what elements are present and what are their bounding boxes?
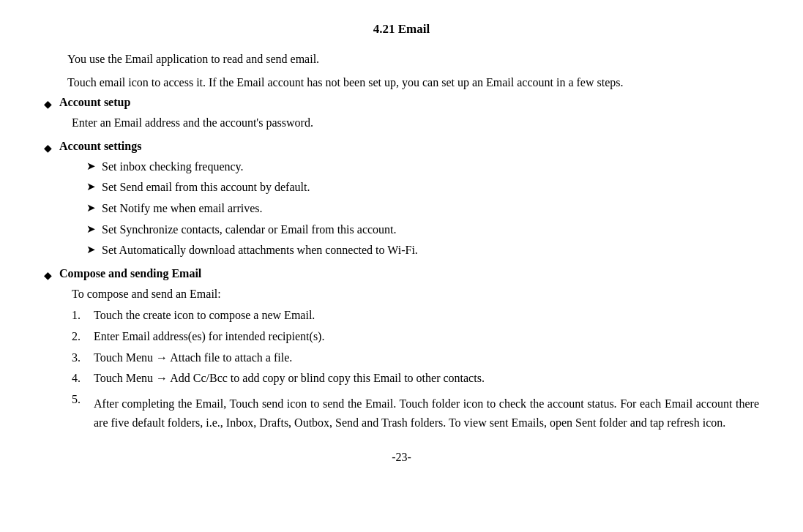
sub-bullet-text-5: Set Automatically download attachments w… — [102, 241, 418, 260]
numbered-item-4: 4. Touch Menu → Add Cc/Bcc to add copy o… — [72, 369, 759, 388]
page-number: -23- — [44, 451, 759, 464]
account-setup-label: Account setup — [59, 96, 130, 109]
sub-bullet-item: ➤ Set Send email from this account by de… — [86, 178, 759, 197]
sub-bullet-text-4: Set Synchronize contacts, calendar or Em… — [102, 220, 397, 239]
page-content: 4.21 Email You use the Email application… — [44, 22, 759, 464]
num-4: 4. — [72, 369, 94, 388]
arrow-icon-4: ➤ — [86, 220, 96, 238]
arrow-icon-3: ➤ — [86, 199, 96, 217]
sub-bullet-item: ➤ Set Synchronize contacts, calendar or … — [86, 220, 759, 239]
bullet-account-settings: ◆ Account settings ➤ Set inbox checking … — [44, 140, 759, 260]
numbered-list: 1. Touch the create icon to compose a ne… — [72, 306, 759, 432]
account-setup-desc: Enter an Email address and the account's… — [72, 113, 759, 132]
diamond-icon-2: ◆ — [44, 142, 52, 154]
arrow-icon-1: ➤ — [86, 157, 96, 175]
num-5: 5. — [72, 390, 94, 409]
numbered-item-5: 5. After completing the Email, Touch sen… — [72, 390, 759, 433]
sub-bullet-text-3: Set Notify me when email arrives. — [102, 199, 263, 218]
account-settings-label: Account settings — [59, 140, 141, 153]
intro-paragraph-1: You use the Email application to read an… — [44, 50, 759, 69]
sub-bullet-text-2: Set Send email from this account by defa… — [102, 178, 310, 197]
compose-sending-label: Compose and sending Email — [59, 267, 201, 280]
numbered-text-4: Touch Menu → Add Cc/Bcc to add copy or b… — [94, 369, 759, 388]
diamond-icon-3: ◆ — [44, 269, 52, 282]
compose-sending-desc: To compose and send an Email: — [72, 285, 759, 304]
numbered-item-2: 2. Enter Email address(es) for intended … — [72, 327, 759, 346]
sub-bullet-item: ➤ Set inbox checking frequency. — [86, 157, 759, 176]
num-2: 2. — [72, 327, 94, 346]
numbered-item-3: 3. Touch Menu → Attach file to attach a … — [72, 348, 759, 367]
sub-bullet-item: ➤ Set Automatically download attachments… — [86, 241, 759, 260]
intro-paragraph-2: Touch email icon to access it. If the Em… — [44, 73, 759, 92]
num-1: 1. — [72, 306, 94, 325]
arrow-icon-2: ➤ — [86, 178, 96, 195]
numbered-text-2: Enter Email address(es) for intended rec… — [94, 327, 759, 346]
numbered-text-3: Touch Menu → Attach file to attach a fil… — [94, 348, 759, 367]
numbered-text-1: Touch the create icon to compose a new E… — [94, 306, 759, 325]
arrow-icon-5: ➤ — [86, 241, 96, 258]
bullet-account-setup: ◆ Account setup Enter an Email address a… — [44, 96, 759, 132]
account-settings-subbullets: ➤ Set inbox checking frequency. ➤ Set Se… — [86, 157, 759, 260]
sub-bullet-text-1: Set inbox checking frequency. — [102, 157, 244, 176]
bullet-compose-sending: ◆ Compose and sending Email To compose a… — [44, 267, 759, 433]
diamond-icon-1: ◆ — [44, 98, 52, 110]
sub-bullet-item: ➤ Set Notify me when email arrives. — [86, 199, 759, 218]
section-heading: 4.21 Email — [44, 22, 759, 37]
num-3: 3. — [72, 348, 94, 367]
numbered-text-5: After completing the Email, Touch send i… — [94, 394, 759, 433]
numbered-item-1: 1. Touch the create icon to compose a ne… — [72, 306, 759, 325]
